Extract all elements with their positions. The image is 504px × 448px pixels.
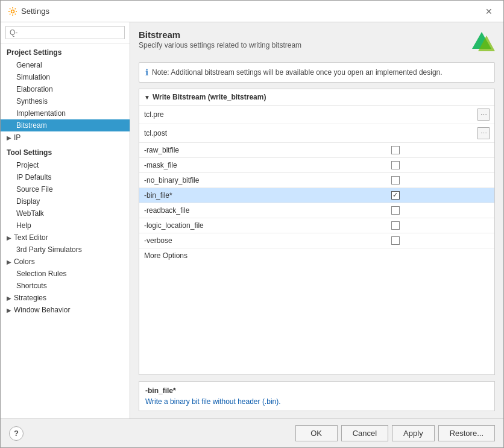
- colors-expand-arrow: ▶: [7, 259, 11, 265]
- table-row: tcl.pre ⋯: [139, 106, 494, 124]
- row-value: [296, 173, 494, 188]
- content-header-text: Bitstream Specify various settings relat…: [139, 30, 301, 49]
- row-value: ⋯: [296, 124, 494, 143]
- settings-dialog: Settings ✕ Project Settings General Simu…: [0, 0, 504, 448]
- ok-button[interactable]: OK: [295, 425, 338, 441]
- search-bar: [1, 22, 130, 43]
- sidebar-item-colors[interactable]: ▶ Colors: [1, 256, 130, 268]
- sidebar-item-general[interactable]: General: [1, 59, 130, 71]
- row-value: [296, 158, 494, 173]
- bottom-right: OK Cancel Apply Restore...: [295, 425, 495, 441]
- cancel-button[interactable]: Cancel: [341, 425, 388, 441]
- readback-file-checkbox[interactable]: [391, 206, 400, 215]
- table-row: tcl.post ⋯: [139, 124, 494, 143]
- row-label: tcl.post: [139, 124, 296, 143]
- sidebar-item-display[interactable]: Display: [1, 195, 130, 207]
- group-label: Write Bitstream (write_bitstream): [153, 93, 266, 101]
- strategies-expand-arrow: ▶: [7, 295, 11, 301]
- raw-bitfile-checkbox[interactable]: [391, 146, 400, 154]
- table-row: More Options: [139, 248, 494, 263]
- tool-settings-label: Tool Settings: [1, 144, 130, 159]
- sidebar-item-3rd-party[interactable]: 3rd Party Simulators: [1, 244, 130, 256]
- row-value: [296, 218, 494, 233]
- titlebar: Settings ✕: [1, 1, 503, 22]
- info-text: Note: Additional bitstream settings will…: [152, 68, 443, 77]
- sidebar-item-synthesis[interactable]: Synthesis: [1, 95, 130, 107]
- logic-location-file-checkbox[interactable]: [391, 221, 400, 230]
- sidebar-item-shortcuts[interactable]: Shortcuts: [1, 280, 130, 292]
- table-row: -no_binary_bitfile: [139, 173, 494, 188]
- sidebar: Project Settings General Simulation Elab…: [1, 22, 130, 418]
- apply-button[interactable]: Apply: [392, 425, 435, 441]
- strategies-label: Strategies: [14, 294, 46, 302]
- tcl-post-button[interactable]: ⋯: [477, 127, 490, 139]
- restore-button[interactable]: Restore...: [438, 425, 495, 441]
- table-row: -readback_file: [139, 203, 494, 218]
- row-label: More Options: [139, 248, 296, 263]
- mask-file-checkbox[interactable]: [391, 161, 400, 169]
- content-header: Bitstream Specify various settings relat…: [139, 30, 495, 56]
- settings-table: tcl.pre ⋯ tcl.post: [139, 106, 494, 263]
- row-label: -verbose: [139, 233, 296, 248]
- tcl-pre-button[interactable]: ⋯: [477, 109, 490, 121]
- bin-file-checkbox[interactable]: [391, 191, 400, 200]
- description-box: -bin_file* Write a binary bit file witho…: [139, 381, 495, 411]
- sidebar-item-elaboration[interactable]: Elaboration: [1, 83, 130, 95]
- ip-expand-arrow: ▶: [7, 134, 11, 141]
- content-title: Bitstream: [139, 30, 301, 40]
- sidebar-item-bitstream[interactable]: Bitstream: [1, 119, 130, 131]
- search-input[interactable]: [5, 26, 125, 39]
- row-value: [296, 188, 494, 203]
- info-icon: ℹ: [145, 68, 148, 77]
- table-row: -bin_file*: [139, 188, 494, 203]
- text-editor-expand-arrow: ▶: [7, 235, 11, 241]
- content-area: Bitstream Specify various settings relat…: [130, 22, 503, 418]
- sidebar-item-source-file[interactable]: Source File: [1, 183, 130, 195]
- bottom-bar: ? OK Cancel Apply Restore...: [1, 418, 503, 447]
- bottom-left: ?: [9, 426, 24, 441]
- sidebar-item-project[interactable]: Project: [1, 159, 130, 171]
- sidebar-item-webtalk[interactable]: WebTalk: [1, 207, 130, 219]
- verbose-checkbox[interactable]: [391, 236, 400, 245]
- row-value: [296, 248, 494, 263]
- main-area: Project Settings General Simulation Elab…: [1, 22, 503, 418]
- table-row: -mask_file: [139, 158, 494, 173]
- help-button[interactable]: ?: [9, 426, 24, 441]
- row-value: [296, 233, 494, 248]
- project-settings-label: Project Settings: [1, 43, 130, 59]
- row-label: -no_binary_bitfile: [139, 173, 296, 188]
- settings-panel: ▼ Write Bitstream (write_bitstream) tcl.…: [139, 89, 495, 375]
- colors-label: Colors: [14, 257, 35, 266]
- info-box: ℹ Note: Additional bitstream settings wi…: [139, 62, 495, 83]
- sidebar-item-simulation[interactable]: Simulation: [1, 71, 130, 83]
- svg-point-0: [11, 10, 14, 13]
- row-value: ⋯: [296, 106, 494, 124]
- row-label: -logic_location_file: [139, 218, 296, 233]
- sidebar-item-window-behavior[interactable]: ▶ Window Behavior: [1, 304, 130, 316]
- close-button[interactable]: ✕: [482, 4, 496, 19]
- sidebar-item-implementation[interactable]: Implementation: [1, 107, 130, 119]
- dialog-title: Settings: [21, 7, 49, 16]
- description-text: Write a binary bit file without header (…: [145, 397, 488, 406]
- content-subtitle: Specify various settings related to writ…: [139, 41, 301, 49]
- titlebar-left: Settings: [8, 7, 49, 16]
- window-behavior-expand-arrow: ▶: [7, 307, 11, 314]
- row-value: [296, 203, 494, 218]
- sidebar-item-help[interactable]: Help: [1, 219, 130, 232]
- description-title: -bin_file*: [145, 386, 488, 395]
- group-header[interactable]: ▼ Write Bitstream (write_bitstream): [139, 89, 494, 106]
- sidebar-item-strategies[interactable]: ▶ Strategies: [1, 292, 130, 304]
- settings-icon: [8, 7, 17, 16]
- sidebar-item-text-editor[interactable]: ▶ Text Editor: [1, 232, 130, 244]
- sidebar-item-ip-defaults[interactable]: IP Defaults: [1, 171, 130, 183]
- row-label: -readback_file: [139, 203, 296, 218]
- no-binary-bitfile-checkbox[interactable]: [391, 176, 400, 185]
- row-value: [296, 143, 494, 158]
- table-row: -raw_bitfile: [139, 143, 494, 158]
- vivado-logo: [468, 30, 495, 56]
- sidebar-item-selection-rules[interactable]: Selection Rules: [1, 268, 130, 280]
- sidebar-item-ip[interactable]: ▶ IP: [1, 131, 130, 144]
- table-row: -verbose: [139, 233, 494, 248]
- row-label: tcl.pre: [139, 106, 296, 124]
- group-arrow: ▼: [144, 94, 150, 101]
